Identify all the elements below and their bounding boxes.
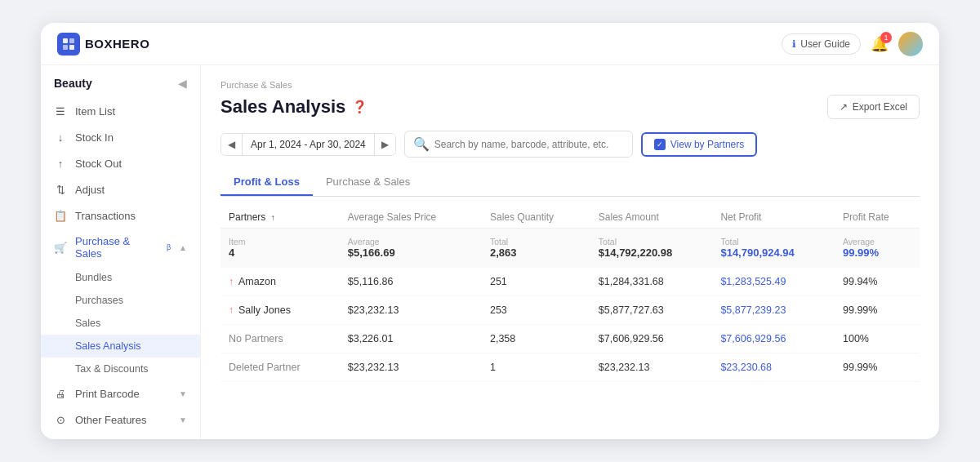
date-next-button[interactable]: ▶ [375, 134, 395, 155]
col-header-amount: Sales Amount [590, 207, 713, 229]
sidebar-header: Beauty ◀ [41, 65, 200, 98]
tab-purchase-sales[interactable]: Purchase & Sales [313, 169, 423, 196]
summary-row: Item 4 Average $5,166.69 Total 2,863 T [220, 229, 920, 268]
logo: BOXHERO [57, 33, 149, 56]
print-barcode-expand-arrow: ▼ [179, 389, 187, 398]
tabs-row: Profit & Loss Purchase & Sales [220, 169, 920, 197]
summary-qty-cell: Total 2,863 [482, 229, 590, 268]
date-picker-group: ◀ Apr 1, 2024 - Apr 30, 2024 ▶ [220, 133, 396, 156]
sidebar-item-reports[interactable]: 📊 Reports ▼ [41, 433, 200, 439]
adjust-label: Adjust [75, 184, 105, 196]
col-header-avg-price: Average Sales Price [340, 207, 482, 229]
breadcrumb: Purchase & Sales [220, 80, 920, 90]
data-table: Partners ↑ Average Sales Price Sales Qua… [220, 207, 920, 382]
item-list-icon: ☰ [54, 104, 67, 118]
sort-arrow-icon: ↑ [271, 213, 275, 222]
partner-name-cell-amazon: ↑ Amazon [220, 268, 340, 296]
purchase-sales-icon: 🛒 [54, 241, 67, 254]
filter-row: ◀ Apr 1, 2024 - Apr 30, 2024 ▶ 🔍 ✓ View … [220, 131, 920, 158]
stock-in-icon: ↓ [54, 131, 67, 144]
sidebar-item-other-features[interactable]: ⊙ Other Features ▼ [41, 406, 200, 433]
table-row: No Partners $3,226.01 2,358 $7,606,929.5… [220, 325, 920, 353]
beta-badge: β [167, 243, 171, 251]
item-list-label: Item List [75, 105, 115, 118]
sidebar-item-adjust[interactable]: ⇅ Adjust [41, 176, 200, 202]
net-profit-link-amazon[interactable]: $1,283,525.49 [720, 276, 786, 287]
net-profit-link-no-partners[interactable]: $7,606,929.56 [720, 333, 786, 344]
net-profit-link-sally[interactable]: $5,877,239.23 [720, 304, 786, 316]
sidebar-collapse-button[interactable]: ◀ [178, 77, 187, 90]
summary-avg-cell: Average $5,166.69 [340, 229, 482, 268]
table-row: Deleted Partner $23,232.13 1 $23,232.13 … [220, 353, 920, 382]
search-box: 🔍 [404, 131, 633, 158]
purchase-sales-expand-arrow: ▲ [179, 243, 187, 252]
app-container: BOXHERO ℹ User Guide 🔔 1 Beauty ◀ ☰ Item… [41, 23, 939, 439]
print-barcode-label: Print Barcode [75, 388, 140, 400]
sidebar-sub-sales[interactable]: Sales [41, 312, 200, 335]
trend-up-icon: ↑ [229, 304, 234, 316]
partner-name-cell-no-partners: No Partners [220, 325, 340, 353]
transactions-label: Transactions [75, 210, 136, 222]
other-features-label: Other Features [75, 414, 146, 426]
help-icon[interactable]: ❓ [352, 100, 368, 114]
search-icon: 🔍 [413, 136, 430, 152]
main-layout: Beauty ◀ ☰ Item List ↓ Stock In ↑ Stock … [41, 65, 939, 439]
svg-rect-0 [63, 38, 68, 43]
summary-items-cell: Item 4 [220, 229, 340, 268]
sidebar-item-item-list[interactable]: ☰ Item List [41, 98, 200, 124]
export-icon: ↗ [840, 101, 848, 113]
tab-profit-loss[interactable]: Profit & Loss [220, 169, 313, 196]
sidebar-item-print-barcode[interactable]: 🖨 Print Barcode ▼ [41, 380, 200, 406]
partner-name-cell-sally: ↑ Sally Jones [220, 296, 340, 325]
adjust-icon: ⇅ [54, 183, 67, 196]
net-profit-link-deleted[interactable]: $23,230.68 [720, 362, 772, 373]
purchase-sales-submenu: Bundles Purchases Sales Sales Analysis T… [41, 266, 200, 380]
other-features-icon: ⊙ [54, 413, 67, 426]
top-nav: BOXHERO ℹ User Guide 🔔 1 [41, 23, 939, 65]
sidebar-sub-tax-discounts[interactable]: Tax & Discounts [41, 358, 200, 380]
user-guide-button[interactable]: ℹ User Guide [782, 33, 861, 55]
page-title-row: Sales Analysis ❓ [220, 96, 368, 118]
summary-rate-cell: Average 99.99% [835, 229, 920, 268]
sidebar-sub-bundles[interactable]: Bundles [41, 266, 200, 289]
sidebar-item-transactions[interactable]: 📋 Transactions [41, 202, 200, 229]
summary-amount-cell: Total $14,792,220.98 [590, 229, 713, 268]
search-input[interactable] [434, 139, 624, 150]
date-prev-button[interactable]: ◀ [221, 134, 242, 155]
trend-up-icon: ↑ [229, 276, 234, 287]
export-label: Export Excel [853, 101, 907, 113]
view-by-partners-toggle[interactable]: ✓ View by Partners [641, 132, 758, 157]
avatar[interactable] [898, 32, 923, 56]
sidebar-sub-sales-analysis[interactable]: Sales Analysis [41, 335, 200, 358]
sidebar-item-stock-in[interactable]: ↓ Stock In [41, 124, 200, 150]
col-header-partners[interactable]: Partners ↑ [220, 207, 340, 229]
table-row: ↑ Amazon $5,116.86 251 $1,284,331.68 $1,… [220, 268, 920, 296]
sidebar: Beauty ◀ ☰ Item List ↓ Stock In ↑ Stock … [41, 65, 201, 439]
content-area: Purchase & Sales Sales Analysis ❓ ↗ Expo… [201, 65, 939, 439]
sidebar-item-stock-out[interactable]: ↑ Stock Out [41, 150, 200, 176]
notification-icon[interactable]: 🔔 1 [871, 35, 889, 53]
col-header-profit-rate: Profit Rate [835, 207, 920, 229]
other-features-expand-arrow: ▼ [179, 415, 187, 424]
user-guide-label: User Guide [800, 38, 850, 50]
col-header-net-profit: Net Profit [712, 207, 835, 229]
sidebar-item-purchase-sales[interactable]: 🛒 Purchase & Sales β ▲ [41, 229, 200, 266]
export-excel-button[interactable]: ↗ Export Excel [827, 95, 920, 119]
page-title: Sales Analysis [220, 96, 345, 118]
stock-in-label: Stock In [75, 131, 114, 144]
col-header-qty: Sales Quantity [482, 207, 590, 229]
logo-text: BOXHERO [85, 37, 149, 51]
summary-profit-cell: Total $14,790,924.94 [712, 229, 835, 268]
sidebar-workspace-title: Beauty [54, 77, 92, 90]
page-header: Sales Analysis ❓ ↗ Export Excel [220, 95, 920, 119]
print-barcode-icon: 🖨 [54, 387, 67, 400]
table-row: ↑ Sally Jones $23,232.13 253 $5,877,727.… [220, 296, 920, 325]
date-range-display[interactable]: Apr 1, 2024 - Apr 30, 2024 [242, 134, 375, 155]
sidebar-sub-purchases[interactable]: Purchases [41, 289, 200, 312]
partner-name-cell-deleted: Deleted Partner [220, 353, 340, 382]
stock-out-label: Stock Out [75, 158, 122, 170]
info-icon: ℹ [792, 38, 796, 50]
notif-badge: 1 [880, 32, 892, 43]
svg-rect-3 [69, 45, 74, 50]
purchase-sales-label: Purchase & Sales [75, 235, 155, 260]
